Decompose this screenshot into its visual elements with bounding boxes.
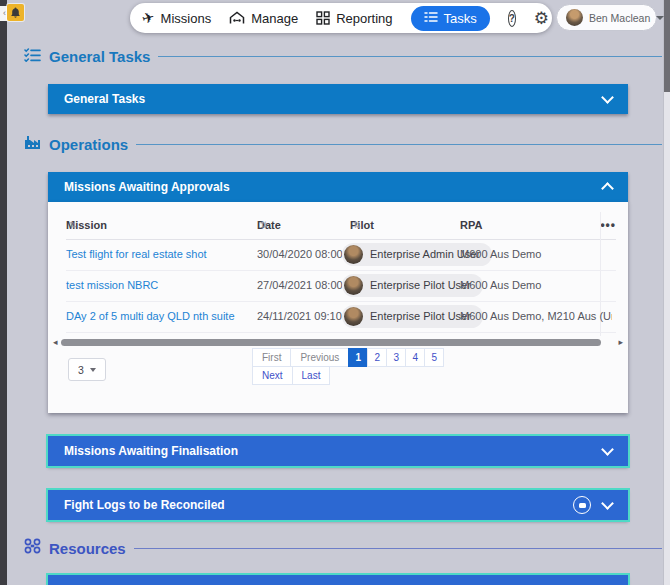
sort-icon: ⇅ (69, 212, 77, 239)
mission-link[interactable]: DAy 2 of 5 multi day QLD nth suite (66, 301, 235, 332)
pagination-previous[interactable]: Previous (290, 348, 349, 367)
nav-missions-label: Missions (161, 11, 212, 26)
pagination-page-5[interactable]: 5 (424, 348, 444, 367)
dashboard-grid-icon (316, 11, 330, 25)
notification-bell-icon[interactable] (7, 4, 24, 21)
pagination-page-1[interactable]: 1 (348, 348, 368, 367)
table-menu-icon[interactable]: ••• (600, 212, 616, 239)
table-row: DAy 2 of 5 multi day QLD nth suite 24/11… (66, 301, 616, 333)
log-status-icon[interactable] (573, 496, 591, 514)
nav-reporting[interactable]: Reporting (316, 11, 392, 26)
factory-icon (24, 135, 41, 154)
chevron-down-icon (601, 497, 614, 510)
nav-reporting-label: Reporting (336, 11, 392, 26)
sort-icon: ⇅ (260, 212, 268, 239)
checklist-icon (424, 11, 438, 26)
accordion-resources-partial[interactable] (48, 575, 628, 585)
drone-icon (24, 538, 41, 558)
browser-scrollbar-thumb[interactable] (664, 0, 670, 92)
sort-icon: ⇅ (353, 212, 361, 239)
accordion-awaiting-approvals[interactable]: Missions Awaiting Approvals (48, 172, 628, 202)
section-divider (136, 144, 662, 145)
chevron-up-icon (601, 182, 614, 195)
hscroll-thumb[interactable] (61, 339, 601, 346)
hangar-icon (229, 11, 245, 25)
pagination-next[interactable]: Next (252, 366, 293, 385)
pilot-avatar (344, 307, 363, 326)
nav-tasks-active[interactable]: Tasks (411, 6, 490, 31)
section-title: General Tasks (49, 48, 150, 65)
pagination-last[interactable]: Last (292, 366, 331, 385)
pilot-avatar (344, 276, 363, 295)
nav-missions[interactable]: ✈ Missions (142, 9, 211, 27)
pagination-page-4[interactable]: 4 (405, 348, 425, 367)
chevron-down-icon (656, 16, 664, 20)
section-divider (158, 56, 662, 57)
user-menu[interactable]: Ben Maclean (556, 4, 657, 31)
tasklist-icon (24, 47, 41, 66)
pilot-name: Enterprise Pilot User (370, 305, 471, 328)
pagination: First Previous 1 2 3 4 5 Next Last (252, 348, 444, 385)
mission-link[interactable]: test mission NBRC (66, 270, 158, 301)
section-divider (134, 548, 662, 549)
accordion-flight-logs[interactable]: Fight Logs to be Reconciled (48, 490, 628, 520)
column-rpa: RPA (460, 212, 482, 239)
pagination-page-3[interactable]: 3 (386, 348, 406, 367)
approvals-table-panel: Mission⇅ Date⇅ Pilot⇅ RPA ••• Test fligh… (48, 202, 628, 413)
accordion-title: Fight Logs to be Reconciled (64, 498, 225, 512)
page-size-value: 3 (78, 364, 84, 376)
pilot-avatar (344, 245, 363, 264)
rpa-cell: M600 Aus Demo (460, 270, 612, 301)
accordion-general-tasks[interactable]: General Tasks (48, 84, 628, 114)
rpa-cell: M600 Aus Demo (460, 239, 612, 270)
settings-gear-icon[interactable]: ⚙ (534, 10, 549, 27)
section-operations: Operations (24, 134, 662, 154)
page-size-select[interactable]: 3 (68, 358, 106, 381)
tasks-dashboard-page: ‹ ✈ Missions Manage Reporting Tasks (0, 0, 670, 585)
pilot-name: Enterprise Pilot User (370, 274, 471, 297)
hscroll-right-arrow[interactable]: ▸ (618, 336, 623, 348)
section-general-tasks: General Tasks (24, 46, 662, 66)
chevron-down-icon (601, 91, 614, 104)
user-name: Ben Maclean (589, 12, 650, 24)
user-avatar (566, 9, 583, 26)
table-row: Test flight for real estate shot 30/04/2… (66, 239, 616, 271)
chevron-down-icon (90, 368, 96, 372)
nav-tasks-label: Tasks (444, 11, 477, 26)
pagination-page-2[interactable]: 2 (367, 348, 387, 367)
help-icon[interactable]: ? (508, 10, 516, 27)
pagination-first[interactable]: First (252, 348, 291, 367)
table-header-row: Mission⇅ Date⇅ Pilot⇅ RPA ••• (66, 212, 616, 240)
nav-manage-label: Manage (251, 11, 298, 26)
chevron-down-icon (601, 443, 614, 456)
accordion-title: General Tasks (64, 92, 145, 106)
window-left-edge (0, 0, 7, 585)
accordion-title: Missions Awaiting Approvals (64, 180, 230, 194)
table-row: test mission NBRC 27/04/2021 08:00 AEST … (66, 270, 616, 302)
section-title: Resources (49, 540, 126, 557)
mission-link[interactable]: Test flight for real estate shot (66, 239, 207, 270)
accordion-awaiting-finalisation[interactable]: Missions Awaiting Finalisation (48, 436, 628, 466)
accordion-title: Missions Awaiting Finalisation (64, 444, 238, 458)
rpa-cell: M600 Aus Demo, M210 Aus (Unreg (460, 301, 612, 332)
section-resources: Resources (24, 538, 662, 558)
main-nav: ✈ Missions Manage Reporting Tasks ? ⚙ (130, 3, 552, 33)
hscroll-left-arrow[interactable]: ◂ (53, 336, 58, 348)
section-title: Operations (49, 136, 128, 153)
nav-manage[interactable]: Manage (229, 11, 298, 26)
plane-icon: ✈ (140, 8, 157, 29)
